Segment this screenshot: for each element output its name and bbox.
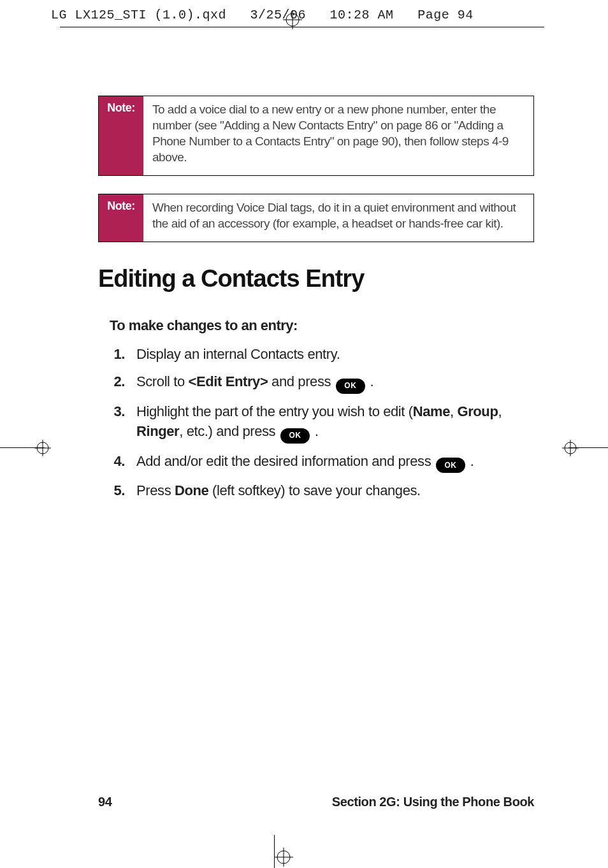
note-label: Note:: [99, 194, 143, 242]
text-fragment: and press: [268, 373, 334, 389]
bold-fragment: Group: [457, 403, 498, 419]
step-text: Highlight the part of the entry you wish…: [136, 401, 534, 444]
step-text: Display an internal Contacts entry.: [136, 344, 534, 364]
slug-line: LG LX125_STI (1.0).qxd 3/25/06 10:28 AM …: [51, 8, 474, 22]
page-footer: 94 Section 2G: Using the Phone Book: [98, 795, 534, 809]
text-fragment: (left softkey) to save your changes.: [208, 482, 420, 498]
text-fragment: .: [311, 423, 318, 439]
bold-fragment: Ringer: [136, 423, 179, 439]
step-number: 1.: [110, 344, 136, 364]
text-fragment: , etc.) and press: [179, 423, 279, 439]
ok-button-icon: OK: [336, 379, 365, 394]
text-fragment: .: [366, 373, 373, 389]
section-heading: Editing a Contacts Entry: [98, 265, 364, 293]
instructions-list: 1. Display an internal Contacts entry. 2…: [110, 344, 534, 500]
note-box: Note: When recording Voice Dial tags, do…: [98, 194, 534, 242]
text-fragment: Scroll to: [136, 373, 189, 389]
bold-fragment: <Edit Entry>: [189, 373, 268, 389]
slug-file: LG LX125_STI (1.0).qxd: [51, 8, 226, 22]
registration-mark-icon: [562, 440, 579, 456]
note-box: Note: To add a voice dial to a new entry…: [98, 96, 534, 176]
list-item: 3. Highlight the part of the entry you w…: [110, 401, 534, 444]
instructions-lead: To make changes to an entry:: [110, 317, 534, 334]
crop-rule-top: [60, 27, 544, 27]
list-item: 1. Display an internal Contacts entry.: [110, 344, 534, 364]
registration-mark-icon: [274, 848, 293, 867]
manual-page: LG LX125_STI (1.0).qxd 3/25/06 10:28 AM …: [0, 0, 608, 868]
list-item: 4. Add and/or edit the desired informati…: [110, 451, 534, 474]
list-item: 2. Scroll to <Edit Entry> and press OK .: [110, 372, 534, 394]
ok-button-icon: OK: [436, 458, 465, 473]
note-label: Note:: [99, 96, 143, 175]
text-fragment: ,: [498, 403, 502, 419]
text-fragment: Press: [136, 482, 175, 498]
step-number: 4.: [110, 451, 136, 474]
slug-page: Page 94: [417, 8, 474, 22]
slug-time: 10:28 AM: [330, 8, 394, 22]
step-text: Add and/or edit the desired information …: [136, 451, 534, 474]
instructions: To make changes to an entry: 1. Display …: [110, 317, 534, 508]
text-fragment: ,: [450, 403, 457, 419]
ok-button-icon: OK: [280, 428, 310, 444]
text-fragment: Add and/or edit the desired information …: [136, 453, 435, 469]
step-number: 3.: [110, 401, 136, 444]
registration-mark-icon: [283, 10, 302, 29]
text-fragment: .: [467, 453, 474, 469]
step-number: 5.: [110, 481, 136, 500]
registration-mark-icon: [34, 440, 51, 456]
step-text: Press Done (left softkey) to save your c…: [136, 481, 534, 500]
bold-fragment: Done: [175, 482, 208, 498]
section-label: Section 2G: Using the Phone Book: [332, 795, 534, 809]
page-number: 94: [98, 795, 112, 809]
list-item: 5. Press Done (left softkey) to save you…: [110, 481, 534, 500]
step-text: Scroll to <Edit Entry> and press OK .: [136, 372, 534, 394]
note-body: To add a voice dial to a new entry or a …: [143, 96, 533, 175]
note-body: When recording Voice Dial tags, do it in…: [143, 194, 533, 242]
bold-fragment: Name: [413, 403, 450, 419]
text-fragment: Highlight the part of the entry you wish…: [136, 403, 413, 419]
step-number: 2.: [110, 372, 136, 394]
